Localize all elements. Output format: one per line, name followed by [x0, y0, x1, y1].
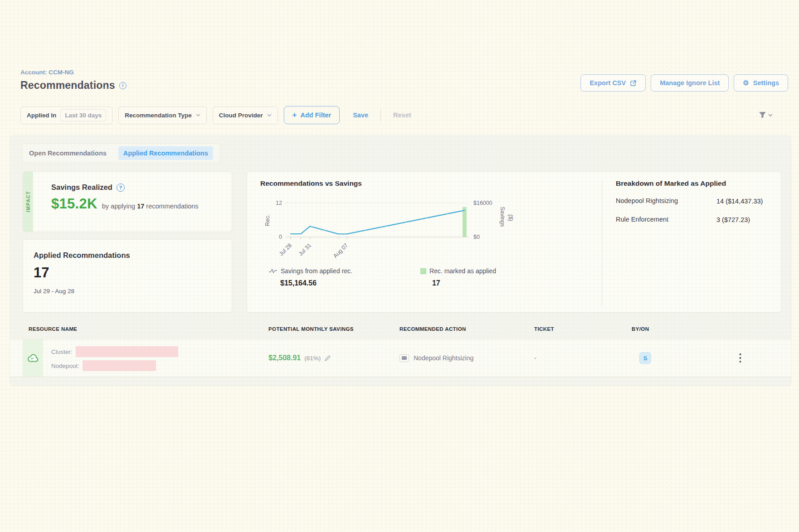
recommended-action-cell: Nodepool Rightsizing — [400, 354, 534, 362]
table-row[interactable]: Cluster: Nodepool: $2,508.91 (81%) — [10, 339, 791, 377]
x-label-jul31: Jul 31 — [297, 242, 313, 257]
resource-cell: Cluster: Nodepool: — [23, 339, 268, 377]
divider — [380, 109, 381, 121]
breadcrumb-account: Account: CCM-NG — [20, 69, 127, 76]
breakdown-row: Nodepool Rightsizing 14 ($14,437.33) — [616, 197, 781, 206]
breakdown-value: 3 ($727.23) — [716, 216, 770, 225]
gear-icon: ⚙ — [743, 79, 749, 87]
cluster-label: Cluster: — [51, 348, 73, 355]
right-axis-label-1: Savings — [499, 207, 506, 227]
savings-percent: (81%) — [304, 355, 321, 362]
recommendations-panel: Open Recommendations Applied Recommendat… — [10, 135, 791, 386]
settings-button[interactable]: ⚙ Settings — [734, 74, 788, 92]
filter-applied-in[interactable]: Applied In Last 30 days — [20, 106, 112, 124]
breakdown-row: Rule Enforcement 3 ($727.23) — [616, 216, 781, 225]
chart-area: Recommendations vs Savings — [247, 179, 596, 312]
legend-applied-value: 17 — [420, 279, 496, 287]
filter-funnel-icon — [759, 111, 766, 119]
chart-card: Recommendations vs Savings — [247, 171, 781, 313]
recommendations-vs-savings-chart: 12 0 $16000 $0 Rec. Savings ($) Jul 28 J… — [260, 189, 551, 267]
col-recommended-action: RECOMMENDED ACTION — [400, 326, 534, 332]
avatar: S — [639, 352, 651, 364]
manage-ignore-list-button[interactable]: Manage Ignore List — [651, 74, 729, 92]
page: Account: CCM-NG Recommendations i Export… — [0, 0, 799, 386]
by-on-cell: S — [632, 352, 713, 364]
col-by-on: BY/ON — [632, 326, 780, 332]
redacted-nodepool-name — [83, 360, 156, 371]
reset-filter-button[interactable]: Reset — [393, 111, 411, 119]
savings-desc-pre: by applying — [102, 203, 135, 210]
info-icon[interactable]: i — [119, 82, 127, 89]
page-header: Account: CCM-NG Recommendations i Export… — [0, 69, 799, 92]
cloud-icon — [27, 353, 39, 363]
plus-icon: + — [292, 111, 297, 120]
chart-bar — [463, 207, 467, 237]
breakdown-panel: Breakdown of Marked as Applied Nodepool … — [602, 179, 781, 312]
savings-value: $2,508.91 — [268, 354, 301, 362]
tab-open-recommendations[interactable]: Open Recommendations — [29, 150, 107, 157]
external-link-icon — [630, 80, 637, 87]
row-impact-strip — [23, 339, 43, 377]
add-filter-label: Add Filter — [301, 111, 331, 119]
redacted-cluster-name — [76, 346, 178, 357]
breakdown-label: Rule Enforcement — [616, 216, 716, 225]
savings-realized-card: IMPACT Savings Realized ? $15.2K by appl… — [23, 171, 232, 232]
col-ticket: TICKET — [534, 326, 632, 332]
filter-panel-toggle[interactable] — [759, 111, 773, 119]
legend-applied-label: Rec. marked as applied — [429, 267, 496, 275]
applied-count: 17 — [34, 265, 232, 281]
tabs: Open Recommendations Applied Recommendat… — [22, 143, 220, 163]
col-resource-name: RESOURCE NAME — [29, 326, 268, 332]
title-block: Account: CCM-NG Recommendations i — [20, 69, 127, 92]
x-ticks — [291, 237, 347, 239]
kebab-menu-icon[interactable] — [736, 353, 745, 363]
tab-applied-recommendations[interactable]: Applied Recommendations — [118, 146, 213, 160]
chart-line — [291, 210, 464, 234]
settings-label: Settings — [753, 79, 779, 87]
breakdown-value: 14 ($14,437.33) — [716, 197, 770, 206]
green-square-icon — [420, 268, 426, 274]
add-filter-button[interactable]: + Add Filter — [284, 106, 340, 124]
action-label: Nodepool Rightsizing — [414, 354, 473, 362]
help-icon[interactable]: ? — [117, 184, 125, 192]
resource-names: Cluster: Nodepool: — [43, 339, 178, 377]
edit-pencil-icon[interactable] — [324, 355, 331, 362]
manage-ignore-label: Manage Ignore List — [660, 79, 720, 87]
header-actions: Export CSV Manage Ignore List ⚙ Settings — [580, 74, 788, 92]
legend-savings-value: $15,164.56 — [268, 279, 352, 287]
applied-recommendations-card: Applied Recommendations 17 Jul 29 - Aug … — [23, 239, 232, 313]
savings-cell: $2,508.91 (81%) — [268, 354, 400, 362]
legend-savings-label: Savings from applied rec. — [281, 267, 352, 275]
ticket-cell: - — [534, 354, 632, 362]
summary-cards: IMPACT Savings Realized ? $15.2K by appl… — [10, 163, 791, 313]
row-actions — [713, 353, 791, 363]
page-title: Recommendations — [20, 79, 115, 92]
filter-cloud-provider[interactable]: Cloud Provider — [213, 106, 278, 124]
chevron-down-icon — [768, 114, 773, 116]
applied-in-value[interactable]: Last 30 days — [60, 109, 106, 121]
x-label-jul28: Jul 28 — [278, 242, 293, 257]
export-csv-button[interactable]: Export CSV — [580, 74, 646, 92]
chevron-down-icon — [267, 114, 272, 116]
savings-desc: by applying 17 recommendations — [102, 203, 199, 210]
export-csv-label: Export CSV — [590, 79, 626, 87]
recommendation-type-label: Recommendation Type — [125, 112, 192, 119]
savings-amount: $15.2K — [51, 196, 97, 212]
right-axis-label-2: ($) — [507, 214, 514, 221]
filter-bar: Applied In Last 30 days Recommendation T… — [0, 92, 799, 124]
breakdown-label: Nodepool Rightsizing — [616, 197, 716, 206]
save-filter-button[interactable]: Save — [353, 111, 368, 119]
legend-applied: Rec. marked as applied 17 — [420, 267, 496, 287]
x-label-aug07: Aug 07 — [332, 242, 349, 259]
table-header: RESOURCE NAME POTENTIAL MONTHLY SAVINGS … — [10, 313, 791, 337]
savings-desc-post: recommendations — [146, 203, 198, 210]
right-tick-max: $16000 — [473, 200, 492, 206]
applied-date-range: Jul 29 - Aug 28 — [34, 288, 232, 295]
chart-legend: Savings from applied rec. $15,164.56 Rec… — [260, 267, 596, 287]
left-tick-zero: 0 — [279, 234, 282, 240]
pulse-line-icon — [268, 268, 278, 274]
right-tick-zero: $0 — [473, 234, 480, 240]
filter-recommendation-type[interactable]: Recommendation Type — [118, 106, 207, 124]
savings-realized-title: Savings Realized — [51, 183, 112, 192]
savings-desc-count: 17 — [137, 203, 144, 210]
